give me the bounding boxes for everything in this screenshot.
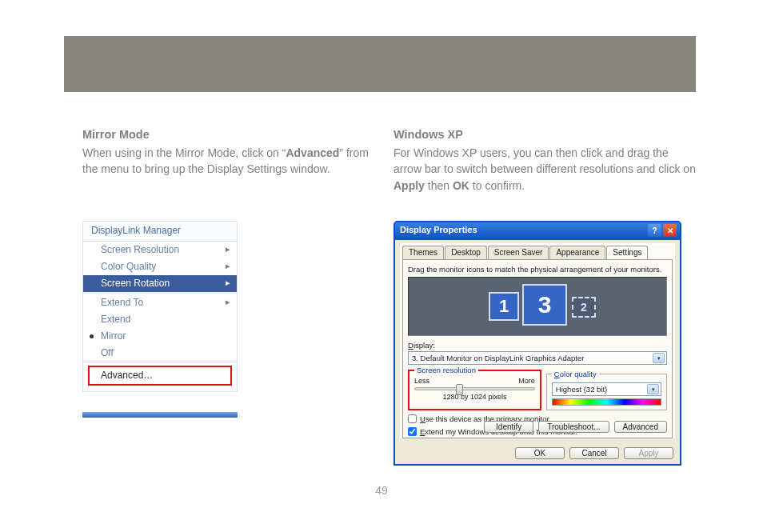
color-quality-legend: Color quality: [552, 370, 599, 378]
menu-separator: [83, 293, 237, 294]
resolution-value: 1280 by 1024 pixels: [414, 393, 535, 401]
mirror-mode-heading: Mirror Mode: [82, 126, 386, 143]
text: then: [425, 179, 453, 192]
slider-less-label: Less: [414, 377, 429, 385]
tab-themes[interactable]: Themes: [402, 246, 444, 259]
mirror-mode-paragraph: When using in the Mirror Mode, click on …: [82, 145, 386, 178]
header-gray-bar: [64, 36, 696, 92]
menu-item-extend-to[interactable]: Extend To: [83, 294, 237, 311]
menu-item-advanced[interactable]: Advanced…: [88, 366, 232, 386]
resolution-slider[interactable]: [414, 387, 535, 390]
menu-item-color-quality[interactable]: Color Quality: [83, 258, 237, 275]
ok-button[interactable]: OK: [515, 447, 565, 459]
apply-bold: Apply: [393, 179, 425, 192]
slider-more-label: More: [518, 377, 535, 385]
screen-resolution-legend: Screen resolution: [414, 366, 478, 374]
display-select-value: 3. Default Monitor on DisplayLink Graphi…: [412, 354, 584, 362]
taskbar-strip: [82, 412, 238, 418]
display-select[interactable]: 3. Default Monitor on DisplayLink Graphi…: [408, 351, 667, 365]
color-quality-group: Color quality Highest (32 bit) ▾: [546, 370, 667, 410]
close-button[interactable]: ✕: [663, 224, 677, 237]
tab-screen-saver[interactable]: Screen Saver: [488, 246, 549, 259]
text: to confirm.: [469, 179, 525, 192]
monitor-1-icon[interactable]: 1: [489, 292, 519, 321]
left-column: Mirror Mode When using in the Mirror Mod…: [82, 126, 386, 178]
dialog-titlebar: Display Properties ? ✕: [395, 222, 680, 240]
color-preview-bar: [552, 398, 661, 406]
troubleshoot-button[interactable]: Troubleshoot...: [538, 421, 609, 433]
advanced-bold: Advanced: [286, 146, 339, 159]
dialog-body: Themes Desktop Screen Saver Appearance S…: [400, 243, 675, 438]
tab-settings[interactable]: Settings: [606, 246, 648, 260]
extend-desktop-checkbox[interactable]: [408, 427, 417, 436]
dialog-title: Display Properties: [400, 225, 477, 234]
menu-header: DisplayLink Manager: [83, 222, 237, 242]
text: When using in the Mirror Mode, click on …: [82, 146, 286, 159]
cancel-button[interactable]: Cancel: [569, 447, 619, 459]
monitor-arrangement-area[interactable]: 1 3 2: [408, 277, 667, 336]
resolution-slider-thumb[interactable]: [456, 384, 463, 395]
text: For Windows XP users, you can then click…: [393, 146, 696, 175]
primary-monitor-checkbox[interactable]: [408, 414, 417, 423]
menu-item-screen-resolution[interactable]: Screen Resolution: [83, 242, 237, 258]
monitor-2-icon[interactable]: 2: [572, 297, 596, 318]
menu-advanced-section: Advanced…: [83, 362, 237, 391]
ok-bold: OK: [453, 179, 469, 192]
help-button[interactable]: ?: [648, 224, 661, 237]
monitor-3-icon[interactable]: 3: [522, 284, 567, 326]
identify-button[interactable]: Identify: [484, 421, 533, 433]
menu-item-off[interactable]: Off: [83, 345, 237, 362]
page-number: 49: [0, 484, 763, 497]
right-column: Windows XP For Windows XP users, you can…: [393, 126, 697, 194]
tab-settings-page: Drag the monitor icons to match the phys…: [402, 259, 673, 438]
tab-appearance[interactable]: Appearance: [549, 246, 605, 259]
dropdown-icon: ▾: [653, 353, 665, 363]
tab-desktop[interactable]: Desktop: [445, 246, 487, 259]
instruction-text: Drag the monitor icons to match the phys…: [408, 265, 667, 274]
dialog-tabs: Themes Desktop Screen Saver Appearance S…: [402, 246, 673, 259]
dropdown-icon: ▾: [647, 384, 659, 394]
advanced-button[interactable]: Advanced: [614, 421, 667, 433]
windows-xp-paragraph: For Windows XP users, you can then click…: [393, 145, 697, 194]
color-quality-value: Highest (32 bit): [556, 385, 607, 394]
display-label: Display:: [408, 341, 667, 350]
menu-item-mirror[interactable]: Mirror: [83, 328, 237, 345]
displaylink-context-menu: DisplayLink Manager Screen Resolution Co…: [82, 221, 238, 392]
color-quality-select[interactable]: Highest (32 bit) ▾: [552, 382, 661, 396]
apply-button[interactable]: Apply: [624, 447, 673, 459]
screen-resolution-group: Screen resolution Less More 1280 by 1024…: [408, 370, 541, 410]
display-properties-dialog: Display Properties ? ✕ Themes Desktop Sc…: [393, 221, 681, 466]
menu-item-extend[interactable]: Extend: [83, 311, 237, 328]
windows-xp-heading: Windows XP: [393, 126, 697, 143]
menu-item-screen-rotation[interactable]: Screen Rotation: [83, 275, 237, 292]
